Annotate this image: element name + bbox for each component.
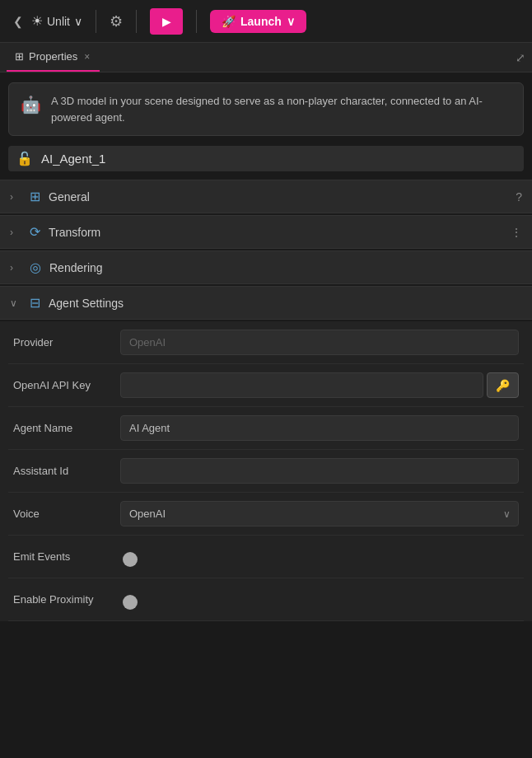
assistant-id-input[interactable] <box>120 458 519 484</box>
lighting-button[interactable]: ☀ Unlit ∨ <box>31 13 82 29</box>
agent-settings-content: Provider OpenAI API Key 🔑 Agent Name Ass… <box>0 321 532 621</box>
enable-proximity-value <box>120 592 519 607</box>
general-help-icon: ? <box>516 190 522 204</box>
transform-more-icon: ⋮ <box>511 226 522 239</box>
agent-name-label: Agent Name <box>13 422 120 434</box>
voice-label: Voice <box>13 508 120 520</box>
tab-bar: ⊞ Properties × ⤢ <box>0 43 532 73</box>
provider-value <box>120 330 519 355</box>
emit-events-value <box>120 550 519 564</box>
enable-proximity-thumb <box>123 595 138 610</box>
key-button[interactable]: 🔑 <box>487 372 519 398</box>
launch-icon: 🚀 <box>222 15 236 28</box>
agent-name-field-row: Agent Name <box>8 407 524 450</box>
transform-section[interactable]: › ⟳ Transform ⋮ <box>0 215 532 249</box>
general-section[interactable]: › ⊞ General ? <box>0 180 532 213</box>
general-label: General <box>49 190 507 204</box>
properties-tab-icon: ⊞ <box>15 50 24 63</box>
lock-icon: 🔓 <box>16 151 33 166</box>
divider-2 <box>136 10 137 33</box>
transform-icon: ⟳ <box>30 224 40 240</box>
emit-events-label: Emit Events <box>13 550 120 563</box>
info-box: 🤖 A 3D model in your scene designed to s… <box>8 82 524 136</box>
sun-icon: ☀ <box>31 13 43 29</box>
info-text: A 3D model in your scene designed to ser… <box>51 93 511 125</box>
top-bar-left: ❮ ☀ Unlit ∨ <box>10 13 82 30</box>
agent-name-value <box>120 415 519 441</box>
api-key-input[interactable] <box>120 372 483 398</box>
rendering-label: Rendering <box>49 261 522 274</box>
provider-input[interactable] <box>120 330 519 355</box>
assistant-id-field-row: Assistant Id <box>8 450 524 493</box>
transform-chevron-icon: › <box>10 227 21 238</box>
emit-events-thumb <box>123 552 138 567</box>
general-icon: ⊞ <box>30 189 40 204</box>
api-key-label: OpenAI API Key <box>13 379 120 391</box>
voice-field-row: Voice OpenAI ElevenLabs Amazon Polly ∨ <box>8 493 524 536</box>
play-button[interactable]: ▶ <box>150 8 183 35</box>
agent-settings-section[interactable]: ∨ ⊟ Agent Settings <box>0 286 532 320</box>
robot-icon: 🤖 <box>21 95 41 115</box>
name-row: 🔓 <box>8 146 524 171</box>
enable-proximity-label: Enable Proximity <box>13 593 120 606</box>
provider-label: Provider <box>13 336 120 349</box>
rendering-chevron-icon: › <box>10 262 21 274</box>
voice-select[interactable]: OpenAI ElevenLabs Amazon Polly <box>120 501 519 526</box>
properties-tab[interactable]: ⊞ Properties × <box>7 43 100 72</box>
api-key-field-row: OpenAI API Key 🔑 <box>8 364 524 407</box>
lighting-chevron-icon: ∨ <box>74 15 82 28</box>
divider-3 <box>196 10 197 33</box>
enable-proximity-field-row: Enable Proximity <box>8 578 524 621</box>
launch-chevron-icon: ∨ <box>287 15 295 28</box>
assistant-id-value <box>120 458 519 484</box>
assistant-id-label: Assistant Id <box>13 465 120 477</box>
name-input[interactable] <box>41 152 516 166</box>
agent-settings-icon: ⊟ <box>30 295 40 311</box>
launch-button[interactable]: 🚀 Launch ∨ <box>210 10 306 33</box>
agent-name-input[interactable] <box>120 415 519 441</box>
agent-settings-label: Agent Settings <box>49 297 522 310</box>
api-key-value: 🔑 <box>120 372 519 398</box>
launch-label: Launch <box>240 15 282 28</box>
general-chevron-icon: › <box>10 191 21 203</box>
divider-1 <box>96 10 96 33</box>
provider-field-row: Provider <box>8 321 524 364</box>
voice-value: OpenAI ElevenLabs Amazon Polly ∨ <box>120 501 519 526</box>
gear-button[interactable]: ⚙ <box>110 12 123 30</box>
lighting-label: Unlit <box>47 15 70 28</box>
top-bar: ❮ ☀ Unlit ∨ ⚙ ▶ 🚀 Launch ∨ <box>0 0 532 43</box>
play-icon: ▶ <box>162 15 171 28</box>
transform-label: Transform <box>49 226 502 239</box>
properties-tab-label: Properties <box>29 50 77 63</box>
emit-events-field-row: Emit Events <box>8 536 524 578</box>
properties-tab-close[interactable]: × <box>82 51 91 63</box>
rendering-icon: ◎ <box>30 260 41 275</box>
agent-settings-chevron-icon: ∨ <box>10 297 21 309</box>
expand-button[interactable]: ⤢ <box>516 51 525 64</box>
back-button[interactable]: ❮ <box>10 13 26 30</box>
rendering-section[interactable]: › ◎ Rendering <box>0 250 532 284</box>
